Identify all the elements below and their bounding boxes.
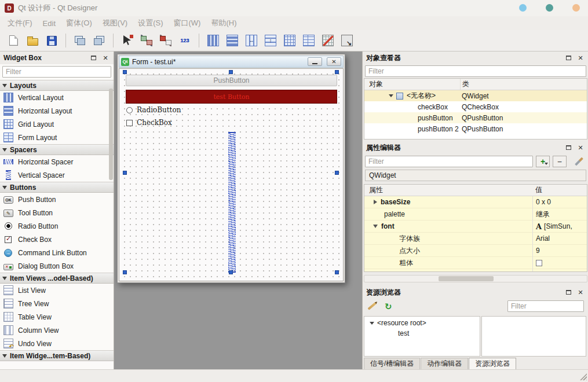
widget-box-filter-input[interactable] <box>2 66 111 78</box>
pushbutton-widget[interactable]: PushButton <box>126 75 337 86</box>
splitter-vertical-button[interactable] <box>243 32 260 49</box>
menu-file[interactable]: 文件(F) <box>2 18 38 28</box>
widgetbox-item-vertical-layout[interactable]: Vertical Layout <box>0 91 114 104</box>
form-canvas[interactable]: PushButton test Button RadioButton Check… <box>119 68 344 281</box>
close-button[interactable]: ✕ <box>576 53 585 63</box>
widgetbox-item-command-link-button[interactable]: Command Link Button <box>0 246 114 259</box>
column-header-class[interactable]: 类 <box>460 79 469 89</box>
property-value-cell[interactable]: Arial <box>536 234 550 243</box>
property-row-font[interactable]: font A[SimSun, <box>364 221 587 233</box>
column-header-property[interactable]: 属性 <box>364 185 532 195</box>
widgetbox-item-vertical-spacer[interactable]: Vertical Spacer <box>0 168 114 182</box>
menu-help[interactable]: 帮助(H) <box>206 18 242 28</box>
collapse-icon[interactable] <box>373 225 378 228</box>
close-button[interactable]: ✕ <box>327 57 341 66</box>
radiobutton-widget[interactable]: RadioButton <box>126 106 181 114</box>
property-row-palette[interactable]: palette 继承 <box>364 208 587 221</box>
add-dynamic-property-button[interactable]: + <box>536 156 550 167</box>
float-button[interactable] <box>89 53 98 63</box>
object-inspector-filter-input[interactable] <box>365 65 586 77</box>
widgetbox-item-horizontal-spacer[interactable]: Horizontal Spacer <box>0 155 114 168</box>
edit-tab-order-button[interactable] <box>176 32 193 49</box>
close-button[interactable]: ✕ <box>576 143 585 152</box>
scrollbar-thumb[interactable] <box>109 89 113 180</box>
property-row-bold[interactable]: 粗体 <box>364 257 587 269</box>
property-value-cell[interactable] <box>536 260 542 266</box>
selection-handle[interactable] <box>335 270 339 274</box>
tab-signal-slot-editor[interactable]: 信号/槽编辑器 <box>364 358 420 369</box>
new-form-button[interactable] <box>5 32 22 49</box>
expand-icon[interactable] <box>374 200 377 204</box>
horizontal-scrollbar[interactable] <box>364 275 587 282</box>
property-row-font-family[interactable]: 字体族 Arial <box>364 233 587 245</box>
category-layouts[interactable]: Layouts <box>0 80 114 91</box>
edit-widgets-button[interactable] <box>119 32 136 49</box>
collapse-icon[interactable] <box>370 322 374 325</box>
widgetbox-item-tool-button[interactable]: Tool Button <box>0 206 114 219</box>
checkbox-widget[interactable]: CheckBox <box>126 119 172 127</box>
column-header-value[interactable]: 值 <box>532 185 542 195</box>
selection-handle[interactable] <box>335 171 339 175</box>
minimize-button[interactable] <box>308 57 322 66</box>
vertical-spacer-widget[interactable] <box>228 132 236 273</box>
property-value-cell[interactable]: 继承 <box>536 210 550 219</box>
adjust-size-button[interactable] <box>338 32 356 49</box>
edit-resources-button[interactable] <box>367 305 377 307</box>
resize-grip[interactable] <box>580 373 587 380</box>
close-button[interactable]: ✕ <box>576 288 585 297</box>
selection-handle[interactable] <box>123 270 127 274</box>
widgetbox-item-table-view[interactable]: Table View <box>0 310 114 324</box>
edit-buddies-button[interactable] <box>157 32 174 49</box>
break-layout-button[interactable] <box>319 32 337 49</box>
menu-window[interactable]: 窗口(W) <box>168 18 206 28</box>
remove-dynamic-property-button[interactable]: ‒ <box>553 156 567 167</box>
reload-resources-button[interactable]: ↻ <box>385 302 392 311</box>
property-value-cell[interactable]: 0 x 0 <box>536 198 551 206</box>
selection-handle[interactable] <box>335 70 339 74</box>
menu-form[interactable]: 窗体(O) <box>61 18 97 28</box>
float-button[interactable] <box>564 143 573 152</box>
layout-vertical-button[interactable] <box>204 32 222 49</box>
table-row-root-widget[interactable]: <无名称> QWidget <box>364 90 587 101</box>
tile-windows-button[interactable] <box>90 32 108 49</box>
configure-property-editor-button[interactable] <box>571 156 586 167</box>
menu-view[interactable]: 视图(V) <box>97 18 133 28</box>
widgetbox-item-undo-view[interactable]: Undo View <box>0 337 114 350</box>
layout-grid-button[interactable] <box>281 32 298 49</box>
widgetbox-item-radio-button[interactable]: Radio Button <box>0 219 114 233</box>
property-filter-input[interactable] <box>365 156 533 167</box>
menu-edit[interactable]: Edit <box>38 19 61 28</box>
layout-horizontal-button[interactable] <box>224 32 241 49</box>
widgetbox-item-form-layout[interactable]: Form Layout <box>0 131 114 144</box>
cascade-windows-button[interactable] <box>71 32 89 49</box>
category-item-widgets[interactable]: Item Widge...tem-Based) <box>0 350 114 361</box>
edit-signals-slots-button[interactable] <box>138 32 155 49</box>
splitter-horizontal-button[interactable] <box>262 32 279 49</box>
resource-item-test[interactable]: test <box>364 328 480 339</box>
layout-form-button[interactable] <box>300 32 317 49</box>
widgetbox-item-tree-view[interactable]: Tree View <box>0 297 114 310</box>
float-button[interactable] <box>564 53 573 63</box>
save-form-button[interactable] <box>43 32 60 49</box>
table-row-checkbox[interactable]: checkBox QCheckBox <box>364 101 587 112</box>
widgetbox-item-grid-layout[interactable]: Grid Layout <box>0 117 114 131</box>
table-row-pushbutton[interactable]: pushButton QPushButton <box>364 112 587 123</box>
selection-handle[interactable] <box>229 70 233 74</box>
category-buttons[interactable]: Buttons <box>0 182 114 193</box>
float-button[interactable] <box>564 288 573 297</box>
collapse-icon[interactable] <box>389 94 393 97</box>
property-row-basesize[interactable]: baseSize 0 x 0 <box>364 196 587 208</box>
resource-root-item[interactable]: <resource root> <box>364 318 480 328</box>
tab-resource-browser[interactable]: 资源浏览器 <box>469 358 516 369</box>
form-title-bar[interactable]: Qt Form - test.ui* ✕ <box>119 56 344 68</box>
widgetbox-item-dialog-button-box[interactable]: Dialog Button Box <box>0 259 114 273</box>
open-form-button[interactable] <box>24 32 41 49</box>
widgetbox-item-horizontal-layout[interactable]: Horizontal Layout <box>0 104 114 117</box>
property-value-cell[interactable]: 9 <box>536 247 540 255</box>
tab-action-editor[interactable]: 动作编辑器 <box>421 358 468 369</box>
category-spacers[interactable]: Spacers <box>0 144 114 155</box>
widgetbox-item-push-button[interactable]: Push Button <box>0 193 114 206</box>
widgetbox-item-check-box[interactable]: Check Box <box>0 233 114 246</box>
property-value-cell[interactable]: A[SimSun, <box>536 222 572 231</box>
category-item-views[interactable]: Item Views ...odel-Based) <box>0 273 114 284</box>
